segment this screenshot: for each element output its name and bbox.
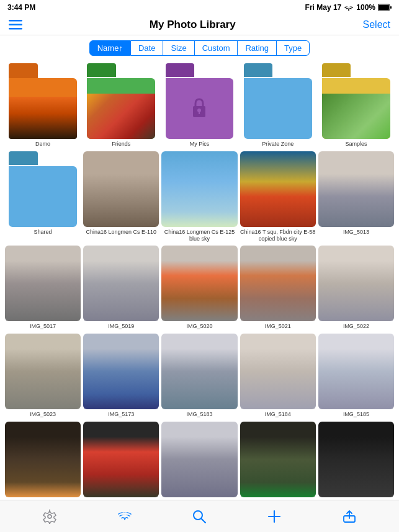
photo-5184[interactable]: IMG_5184 bbox=[240, 334, 316, 418]
folder-private-label: Private Zone bbox=[262, 141, 294, 148]
page-title: My Photo Library bbox=[150, 19, 236, 31]
select-button[interactable]: Select bbox=[363, 19, 390, 30]
photo-5173[interactable]: IMG_5173 bbox=[83, 334, 159, 418]
photo-5173-label: IMG_5173 bbox=[108, 411, 134, 418]
search-button[interactable] bbox=[186, 503, 213, 530]
photo-grid: Demo Friends bbox=[0, 61, 399, 508]
svg-rect-6 bbox=[9, 28, 22, 30]
folder-mypics-label: My Pics bbox=[190, 141, 210, 148]
photo-5021-label: IMG_5021 bbox=[265, 323, 291, 330]
photo-5017[interactable]: IMG_5017 bbox=[5, 246, 81, 330]
wifi-icon bbox=[344, 4, 354, 11]
sort-bar: Name↑ Date Size Custom Rating Type bbox=[0, 35, 399, 61]
photo-5013-label: IMG_5013 bbox=[343, 229, 369, 236]
folder-shared[interactable]: Shared bbox=[5, 151, 81, 242]
photo-china-110[interactable]: China16 Longmen Cs E-110 bbox=[83, 151, 159, 242]
photo-5301[interactable]: IMG_5301 bbox=[83, 422, 159, 506]
battery-text: 100% bbox=[356, 3, 375, 12]
sort-tab-size[interactable]: Size bbox=[163, 40, 194, 56]
status-right: Fri May 17 100% bbox=[305, 3, 392, 12]
folder-samples[interactable]: Samples bbox=[318, 63, 394, 148]
photo-china-125-label: China16 Longmen Cs E-125 blue sky bbox=[161, 229, 237, 242]
svg-rect-2 bbox=[379, 5, 389, 10]
sort-tab-rating[interactable]: Rating bbox=[238, 40, 277, 56]
photo-5023[interactable]: IMG_5023 bbox=[5, 334, 81, 418]
photo-5017-label: IMG_5017 bbox=[30, 323, 56, 330]
photo-5185-label: IMG_5185 bbox=[343, 411, 369, 418]
photo-china-125[interactable]: China16 Longmen Cs E-125 blue sky bbox=[161, 151, 237, 242]
photo-5019[interactable]: IMG_5019 bbox=[83, 246, 159, 330]
svg-rect-4 bbox=[9, 20, 22, 22]
folder-demo-label: Demo bbox=[35, 141, 50, 148]
folder-samples-label: Samples bbox=[345, 141, 367, 148]
photo-5022-label: IMG_5022 bbox=[343, 323, 369, 330]
photo-china-t-label: China16 T squ, Fbdn city E-58 copied blu… bbox=[240, 229, 316, 242]
menu-icon[interactable] bbox=[9, 20, 22, 30]
folder-demo[interactable]: Demo bbox=[5, 63, 81, 148]
photo-5019-label: IMG_5019 bbox=[108, 323, 134, 330]
folder-mypics[interactable]: My Pics bbox=[161, 63, 237, 148]
photo-5183-label: IMG_5183 bbox=[186, 411, 212, 418]
svg-rect-5 bbox=[9, 24, 22, 26]
sort-tab-date[interactable]: Date bbox=[131, 40, 163, 56]
folder-friends[interactable]: Friends bbox=[83, 63, 159, 148]
status-time: 3:44 PM bbox=[7, 3, 35, 12]
sort-tab-name[interactable]: Name↑ bbox=[89, 40, 131, 56]
photo-5195[interactable]: IMG_5195 bbox=[5, 422, 81, 506]
sort-tab-type[interactable]: Type bbox=[277, 40, 310, 56]
share-button[interactable] bbox=[336, 503, 363, 530]
status-bar: 3:44 PM Fri May 17 100% bbox=[0, 0, 399, 15]
photo-5023-label: IMG_5023 bbox=[30, 411, 56, 418]
folder-shared-label: Shared bbox=[34, 229, 52, 236]
battery-icon bbox=[378, 4, 392, 11]
svg-line-12 bbox=[201, 518, 205, 523]
folder-private[interactable]: Private Zone bbox=[240, 63, 316, 148]
status-day: Fri May 17 bbox=[305, 3, 342, 12]
photo-5308[interactable]: IMG_5308 bbox=[161, 422, 237, 506]
photo-5183[interactable]: IMG_5183 bbox=[161, 334, 237, 418]
photo-5319[interactable]: IMG_5319 bbox=[240, 422, 316, 506]
photo-5013[interactable]: IMG_5013 bbox=[318, 151, 394, 242]
photo-5185[interactable]: IMG_5185 bbox=[318, 334, 394, 418]
photo-5184-label: IMG_5184 bbox=[265, 411, 291, 418]
svg-point-0 bbox=[348, 11, 349, 12]
add-button[interactable] bbox=[261, 503, 288, 530]
photo-5022[interactable]: IMG_5022 bbox=[318, 246, 394, 330]
svg-rect-9 bbox=[199, 111, 200, 114]
settings-button[interactable] bbox=[36, 503, 63, 530]
photo-5420[interactable]: IMG_5420 bbox=[318, 422, 394, 506]
svg-point-10 bbox=[48, 515, 52, 518]
sort-tab-custom[interactable]: Custom bbox=[195, 40, 238, 56]
bottom-toolbar bbox=[0, 500, 399, 532]
photo-china-t[interactable]: China16 T squ, Fbdn city E-58 copied blu… bbox=[240, 151, 316, 242]
svg-rect-3 bbox=[390, 6, 392, 9]
photo-5021[interactable]: IMG_5021 bbox=[240, 246, 316, 330]
photo-5020[interactable]: IMG_5020 bbox=[161, 246, 237, 330]
photo-5020-label: IMG_5020 bbox=[186, 323, 212, 330]
photo-china-110-label: China16 Longmen Cs E-110 bbox=[86, 229, 157, 236]
nav-bar: My Photo Library Select bbox=[0, 15, 399, 35]
folder-friends-label: Friends bbox=[112, 141, 130, 148]
wifi-bottom-button[interactable] bbox=[111, 503, 138, 530]
